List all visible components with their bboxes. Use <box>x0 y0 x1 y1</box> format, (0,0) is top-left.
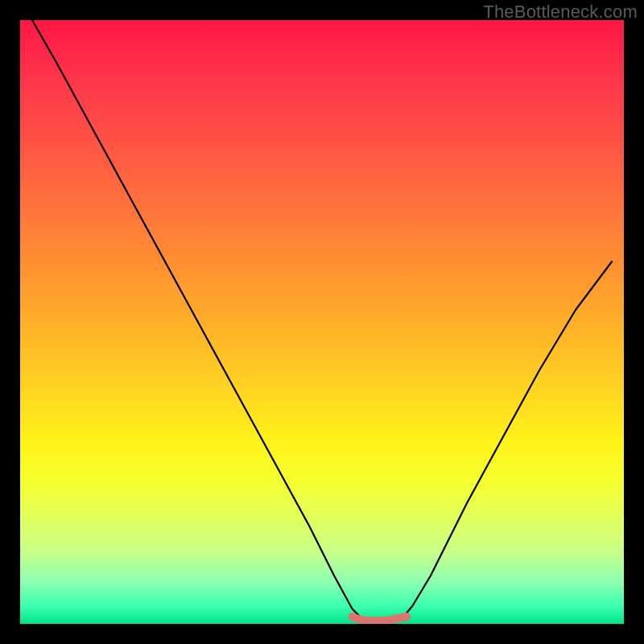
bottleneck-curve <box>32 20 612 621</box>
chart-frame: TheBottleneck.com <box>0 0 644 644</box>
watermark-text: TheBottleneck.com <box>483 2 638 23</box>
curve-layer <box>20 20 624 624</box>
valley-marker <box>353 617 407 621</box>
plot-area <box>20 20 624 624</box>
